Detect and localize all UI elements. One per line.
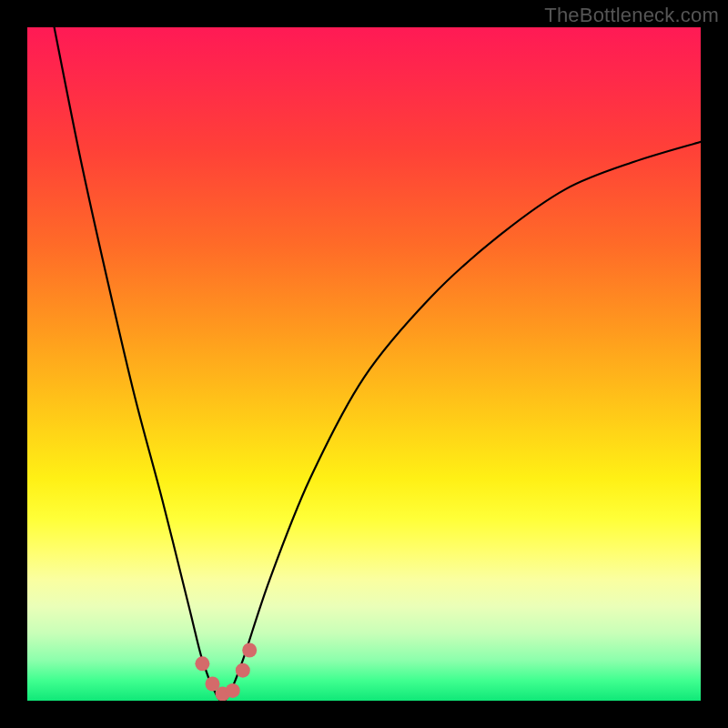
curve-svg <box>27 27 701 701</box>
marker-dot <box>236 663 250 678</box>
chart-frame: TheBottleneck.com <box>0 0 728 728</box>
plot-area <box>27 27 701 701</box>
bottleneck-curve <box>55 27 701 701</box>
marker-dot <box>242 643 257 658</box>
minimum-markers <box>195 643 257 702</box>
marker-dot <box>226 683 240 698</box>
watermark-text: TheBottleneck.com <box>544 4 719 27</box>
marker-dot <box>195 656 209 671</box>
